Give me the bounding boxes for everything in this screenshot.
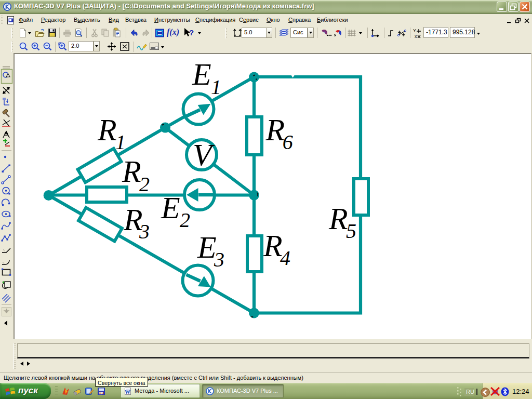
svg-text:3: 3 [139,220,150,243]
svg-text:Y: Y [413,28,416,33]
svg-text:1: 1 [211,75,221,99]
svg-text:R: R [263,229,283,263]
svg-text:R: R [97,113,117,147]
svg-text:x: x [415,34,417,39]
svg-text:V: V [193,138,215,172]
svg-text:W: W [125,389,130,395]
svg-text:R: R [328,202,348,236]
svg-text:2: 2 [139,172,150,196]
svg-text:XP: XP [99,392,103,395]
svg-text:6: 6 [283,130,293,154]
svg-text:5: 5 [346,219,356,243]
svg-text:R: R [265,113,285,147]
svg-text:4: 4 [280,246,290,270]
svg-text:3: 3 [214,248,224,271]
svg-text:1: 1 [115,130,126,154]
svg-text:E: E [161,191,180,225]
svg-text:E: E [197,230,217,264]
svg-text:2: 2 [180,208,190,232]
svg-text:E: E [192,57,211,91]
svg-text:R: R [122,154,141,189]
svg-text:?: ? [189,28,194,37]
